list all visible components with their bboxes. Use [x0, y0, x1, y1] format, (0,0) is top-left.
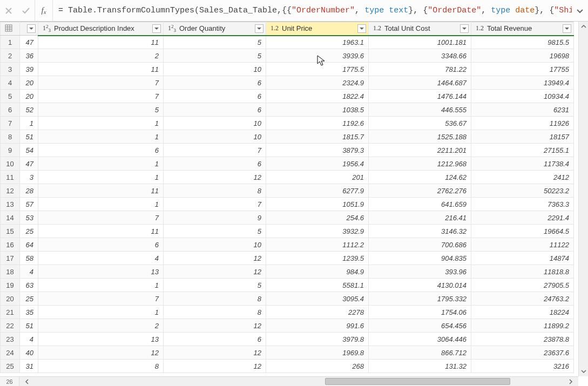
- data-cell[interactable]: 1051.9: [266, 198, 369, 211]
- data-cell[interactable]: 1: [38, 198, 164, 211]
- cancel-icon[interactable]: [0, 0, 17, 22]
- data-cell[interactable]: 24763.2: [471, 292, 574, 306]
- data-cell[interactable]: 4130.014: [369, 279, 471, 292]
- row-number[interactable]: 20: [1, 292, 20, 306]
- data-cell[interactable]: 1963.1: [266, 36, 369, 49]
- data-cell[interactable]: 124.62: [369, 171, 471, 184]
- data-cell[interactable]: 19664.5: [471, 225, 574, 238]
- data-cell[interactable]: 2412: [471, 171, 574, 184]
- data-cell[interactable]: 13949.4: [471, 76, 574, 90]
- data-cell[interactable]: 536.67: [369, 117, 471, 130]
- data-cell[interactable]: 3932.9: [266, 225, 369, 238]
- data-cell[interactable]: 216.41: [369, 211, 471, 225]
- data-cell[interactable]: 12: [164, 252, 266, 265]
- table-row[interactable]: 1047161956.41212.96811738.4: [1, 157, 574, 171]
- data-cell[interactable]: 7: [38, 292, 164, 306]
- table-row[interactable]: 33911101775.5781.2217755: [1, 63, 574, 76]
- table-row[interactable]: 2251212991.6654.45611899.2: [1, 319, 574, 333]
- row-number[interactable]: 17: [1, 252, 20, 265]
- table-row[interactable]: 16646101112.2700.68611122: [1, 238, 574, 252]
- table-row[interactable]: 1963155581.14130.01427905.5: [1, 279, 574, 292]
- data-cell[interactable]: 3879.3: [266, 144, 369, 157]
- index-cell[interactable]: 58: [20, 252, 38, 265]
- table-row[interactable]: 15251153932.93146.3219664.5: [1, 225, 574, 238]
- table-row[interactable]: 21351822781754.0618224: [1, 306, 574, 319]
- row-number[interactable]: 16: [1, 238, 20, 252]
- data-cell[interactable]: 6: [38, 144, 164, 157]
- data-cell[interactable]: 11926: [471, 117, 574, 130]
- data-cell[interactable]: 10: [164, 130, 266, 144]
- row-number[interactable]: 6: [1, 103, 20, 117]
- index-cell[interactable]: 47: [20, 157, 38, 171]
- index-cell[interactable]: 53: [20, 211, 38, 225]
- table-row[interactable]: 1357171051.9641.6597363.3: [1, 198, 574, 211]
- row-number[interactable]: 21: [1, 306, 20, 319]
- data-cell[interactable]: 5581.1: [266, 279, 369, 292]
- data-cell[interactable]: 4: [38, 252, 164, 265]
- data-cell[interactable]: 6277.9: [266, 184, 369, 198]
- data-cell[interactable]: 10: [164, 238, 266, 252]
- row-number[interactable]: 18: [1, 265, 20, 279]
- data-cell[interactable]: 3979.8: [266, 333, 369, 346]
- expand-formula-icon[interactable]: [572, 8, 588, 14]
- data-cell[interactable]: 8: [38, 360, 164, 373]
- row-number[interactable]: 7: [1, 117, 20, 130]
- data-cell[interactable]: 7: [164, 198, 266, 211]
- filter-icon[interactable]: [27, 24, 36, 33]
- row-number[interactable]: 25: [1, 360, 20, 373]
- index-cell[interactable]: 40: [20, 346, 38, 360]
- data-cell[interactable]: 641.659: [369, 198, 471, 211]
- data-cell[interactable]: 3348.66: [369, 49, 471, 63]
- data-cell[interactable]: 781.22: [369, 63, 471, 76]
- data-cell[interactable]: 27905.5: [471, 279, 574, 292]
- row-number[interactable]: 3: [1, 63, 20, 76]
- index-cell[interactable]: 20: [20, 76, 38, 90]
- data-cell[interactable]: 5: [38, 103, 164, 117]
- index-cell[interactable]: 31: [20, 360, 38, 373]
- data-cell[interactable]: 6: [38, 238, 164, 252]
- table-row[interactable]: 236253939.63348.6619698: [1, 49, 574, 63]
- table-row[interactable]: 2531812268131.323216: [1, 360, 574, 373]
- index-cell[interactable]: 35: [20, 306, 38, 319]
- formula-input[interactable]: = Table.TransformColumnTypes(Sales_Data_…: [53, 0, 572, 21]
- data-cell[interactable]: 5: [164, 225, 266, 238]
- table-row[interactable]: 954673879.32211.20127155.1: [1, 144, 574, 157]
- table-row[interactable]: 520761822.41476.14410934.4: [1, 90, 574, 103]
- table-row[interactable]: 1841312984.9393.9611818.8: [1, 265, 574, 279]
- data-cell[interactable]: 11122: [471, 238, 574, 252]
- column-header-order-quantity[interactable]: 123 Order Quantity: [164, 22, 266, 36]
- data-cell[interactable]: 1: [38, 117, 164, 130]
- data-cell[interactable]: 1795.332: [369, 292, 471, 306]
- data-cell[interactable]: 131.32: [369, 360, 471, 373]
- index-cell[interactable]: 20: [20, 90, 38, 103]
- data-cell[interactable]: 1754.06: [369, 306, 471, 319]
- data-cell[interactable]: 1239.5: [266, 252, 369, 265]
- scroll-right-icon[interactable]: [563, 377, 578, 386]
- vertical-scrollbar[interactable]: [578, 22, 588, 376]
- data-cell[interactable]: 5: [164, 279, 266, 292]
- data-cell[interactable]: 12: [164, 171, 266, 184]
- data-cell[interactable]: 1038.5: [266, 103, 369, 117]
- index-cell[interactable]: 4: [20, 333, 38, 346]
- data-cell[interactable]: 1464.687: [369, 76, 471, 90]
- data-cell[interactable]: 446.555: [369, 103, 471, 117]
- index-cell[interactable]: 28: [20, 184, 38, 198]
- table-corner[interactable]: [1, 22, 20, 36]
- data-cell[interactable]: 1112.2: [266, 238, 369, 252]
- data-cell[interactable]: 1822.4: [266, 90, 369, 103]
- data-cell[interactable]: 10: [164, 117, 266, 130]
- data-cell[interactable]: 11: [38, 184, 164, 198]
- data-cell[interactable]: 2324.9: [266, 76, 369, 90]
- row-number[interactable]: 11: [1, 171, 20, 184]
- filter-icon[interactable]: [357, 24, 366, 33]
- row-number[interactable]: 9: [1, 144, 20, 157]
- index-cell[interactable]: 57: [20, 198, 38, 211]
- horizontal-scrollbar[interactable]: [19, 376, 578, 386]
- data-cell[interactable]: 11899.2: [471, 319, 574, 333]
- row-number[interactable]: 24: [1, 346, 20, 360]
- data-cell[interactable]: 23878.8: [471, 333, 574, 346]
- data-cell[interactable]: 11: [38, 36, 164, 49]
- table-row[interactable]: 12281186277.92762.27650223.2: [1, 184, 574, 198]
- data-cell[interactable]: 1476.144: [369, 90, 471, 103]
- index-cell[interactable]: 47: [20, 36, 38, 49]
